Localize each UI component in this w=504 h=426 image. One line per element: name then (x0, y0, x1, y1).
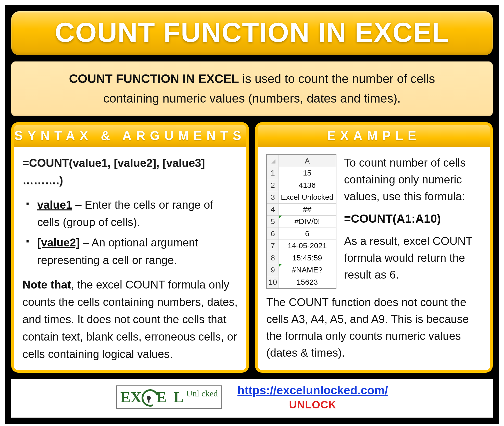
footer-links: https://excelunlocked.com/ UNLOCK (237, 383, 388, 411)
example-text-block: To count number of cells containing only… (344, 154, 482, 283)
example-panel-body: A 115241363Excel Unlocked4##5#DIV/0!6671… (258, 147, 490, 369)
select-all-icon (270, 158, 275, 164)
logo-letter: E L (156, 389, 185, 406)
row-header: 10 (267, 276, 279, 288)
sheet-cell: 4136 (279, 179, 336, 191)
sheet-cell: 14-05-2021 (279, 240, 336, 252)
row-header: 5 (267, 216, 279, 228)
sheet-cell: 15 (279, 167, 336, 179)
sheet-corner (267, 155, 279, 167)
excel-unlocked-logo: E X E L Unl cked (116, 385, 222, 409)
argument-item: value1 – Enter the cells or range of cel… (26, 196, 238, 231)
argument-item: [value2] – An optional argument represen… (26, 234, 238, 269)
footer: E X E L Unl cked https://excelunlocked.c… (11, 379, 493, 418)
sheet-cell: 15623 (279, 276, 336, 288)
mini-spreadsheet: A 115241363Excel Unlocked4##5#DIV/0!6671… (266, 154, 336, 289)
syntax-formula: =COUNT(value1, [value2], [value3] ……….) (22, 154, 238, 189)
row-header: 1 (267, 167, 279, 179)
description-lead: COUNT FUNCTION IN EXCEL (69, 72, 239, 85)
sheet-cell: #DIV/0! (279, 216, 336, 228)
row-header: 2 (267, 179, 279, 191)
infographic-canvas: COUNT FUNCTION IN EXCEL COUNT FUNCTION I… (5, 5, 499, 424)
sheet-cell: 15:45:59 (279, 252, 336, 264)
example-below-text: The COUNT function does not count the ce… (266, 294, 482, 361)
description-bar: COUNT FUNCTION IN EXCEL is used to count… (11, 61, 493, 116)
syntax-panel-header: SYNTAX & ARGUMENTS (14, 125, 246, 147)
footer-url-link[interactable]: https://excelunlocked.com/ (237, 383, 388, 397)
logo-main-row: E X E L (120, 388, 185, 406)
row-header: 8 (267, 252, 279, 264)
description-line2: containing numeric values (numbers, date… (103, 92, 401, 105)
argument-name: value1 (37, 198, 72, 211)
sheet-cell: ## (279, 203, 336, 216)
row-header: 9 (267, 264, 279, 276)
mini-spreadsheet-table: A 115241363Excel Unlocked4##5#DIV/0!6671… (267, 155, 336, 289)
svg-marker-0 (271, 159, 275, 164)
sheet-cell: #NAME? (279, 264, 336, 276)
sheet-cell: Excel Unlocked (279, 191, 336, 204)
example-panel: EXAMPLE A 115241363Excel Unlocked4##5#DI… (255, 122, 493, 373)
syntax-panel: SYNTAX & ARGUMENTS =COUNT(value1, [value… (11, 122, 249, 373)
logo-letter: E (120, 389, 131, 406)
example-formula: =COUNT(A1:A10) (344, 210, 482, 228)
row-header: 7 (267, 240, 279, 252)
logo-letter: X (131, 389, 142, 406)
columns-wrapper: SYNTAX & ARGUMENTS =COUNT(value1, [value… (11, 122, 493, 373)
logo-ring-icon (142, 388, 156, 406)
row-header: 3 (267, 191, 279, 204)
logo-subtext: Unl cked (186, 389, 218, 398)
sheet-cell: 6 (279, 228, 336, 240)
argument-list: value1 – Enter the cells or range of cel… (22, 196, 238, 269)
syntax-note: Note that, the excel COUNT formula only … (22, 276, 238, 363)
syntax-panel-body: =COUNT(value1, [value2], [value3] ……….) … (14, 147, 246, 370)
main-title: COUNT FUNCTION IN EXCEL (11, 16, 493, 48)
keyhole-icon (147, 396, 151, 400)
row-header: 6 (267, 228, 279, 240)
example-panel-header: EXAMPLE (258, 125, 490, 147)
example-intro: To count number of cells containing only… (344, 154, 482, 205)
column-header-a: A (279, 155, 336, 167)
title-bar: COUNT FUNCTION IN EXCEL (11, 11, 493, 55)
example-top-row: A 115241363Excel Unlocked4##5#DIV/0!6671… (266, 154, 482, 289)
description-rest1: is used to count the number of cells (239, 72, 435, 85)
footer-unlock-text: UNLOCK (289, 399, 336, 411)
row-header: 4 (267, 203, 279, 216)
note-lead: Note that (22, 278, 71, 291)
example-result: As a result, excel COUNT formula would r… (344, 233, 482, 283)
argument-name: [value2] (37, 236, 80, 249)
